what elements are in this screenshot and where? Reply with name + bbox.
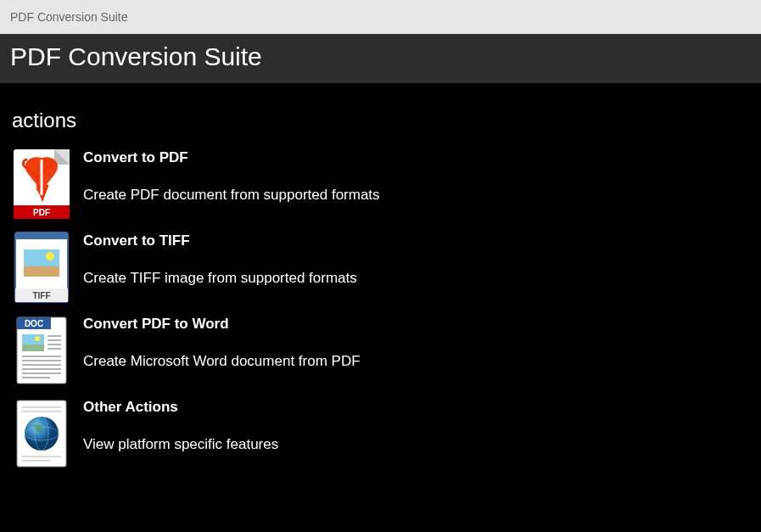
- doc-icon: DOC: [12, 314, 71, 387]
- action-text: Convert PDF to Word Create Microsoft Wor…: [83, 314, 361, 370]
- globe-icon: [12, 397, 71, 470]
- action-title: Convert to TIFF: [83, 232, 357, 249]
- action-description: Create TIFF image from supported formats: [83, 270, 357, 287]
- action-title: Convert PDF to Word: [83, 316, 361, 333]
- actions-list: PDF Convert to PDF Create PDF document f…: [12, 143, 749, 475]
- main-content: actions PDF Convert to PDF Create PDF: [0, 83, 761, 501]
- action-other-actions[interactable]: Other Actions View platform specific fea…: [12, 392, 749, 475]
- action-convert-to-tiff[interactable]: TIFF Convert to TIFF Create TIFF image f…: [12, 226, 749, 309]
- action-text: Convert to PDF Create PDF document from …: [83, 148, 380, 204]
- window-titlebar: PDF Conversion Suite: [0, 0, 761, 34]
- svg-point-33: [25, 417, 59, 451]
- action-convert-pdf-to-word[interactable]: DOC Convert PDF to Word: [12, 309, 749, 392]
- action-title: Convert to PDF: [83, 149, 380, 166]
- action-text: Other Actions View platform specific fea…: [83, 397, 278, 453]
- action-title: Other Actions: [83, 399, 278, 416]
- svg-text:TIFF: TIFF: [32, 291, 50, 300]
- action-convert-to-pdf[interactable]: PDF Convert to PDF Create PDF document f…: [12, 143, 749, 226]
- action-text: Convert to TIFF Create TIFF image from s…: [83, 231, 357, 287]
- app-header: PDF Conversion Suite: [0, 34, 761, 83]
- svg-text:DOC: DOC: [25, 319, 43, 328]
- actions-heading: actions: [12, 109, 749, 132]
- svg-rect-16: [22, 344, 44, 351]
- window-title: PDF Conversion Suite: [10, 10, 128, 24]
- action-description: Create Microsoft Word document from PDF: [83, 353, 361, 370]
- app-title: PDF Conversion Suite: [10, 42, 751, 71]
- svg-rect-6: [15, 232, 68, 239]
- svg-rect-8: [24, 266, 59, 277]
- svg-point-17: [35, 336, 40, 341]
- svg-text:PDF: PDF: [33, 208, 50, 217]
- action-description: Create PDF document from supported forma…: [83, 187, 380, 204]
- tiff-icon: TIFF: [12, 231, 71, 304]
- pdf-icon: PDF: [12, 148, 71, 221]
- action-description: View platform specific features: [83, 436, 278, 453]
- svg-point-9: [46, 252, 54, 260]
